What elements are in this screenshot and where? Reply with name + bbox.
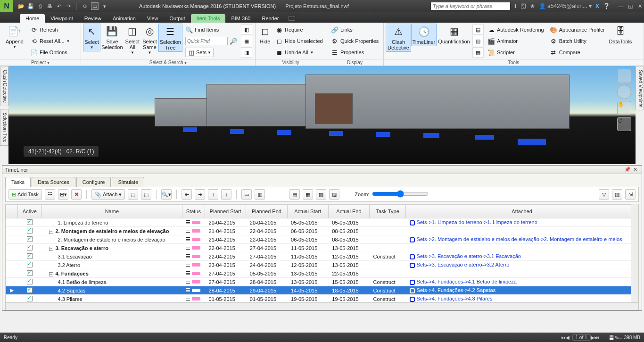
close-button[interactable]: ✕ (636, 3, 644, 9)
star-icon[interactable]: ★ (530, 3, 535, 9)
clash-detective-button[interactable]: ⚠Clash Detective (386, 24, 411, 52)
layout-4[interactable]: ▨ (329, 189, 339, 200)
col-active[interactable]: Active (17, 205, 41, 218)
columns-tool[interactable]: ▥ (612, 189, 622, 200)
table-row[interactable]: −4. Fundações☰ 27-04-201505-05-201513-05… (6, 269, 638, 278)
tools-compare[interactable]: ⇄Compare (548, 47, 607, 58)
tl-tab-data-sources[interactable]: Data Sources (32, 177, 75, 187)
col-actual-end[interactable]: Actual End (328, 205, 369, 218)
col-task-type[interactable]: Task Type (370, 205, 406, 218)
display-properties[interactable]: ☰Properties (329, 47, 380, 58)
infocenter-icon[interactable]: ℹ (514, 3, 517, 9)
task-tool-2[interactable]: ⊞▾ (58, 189, 68, 200)
group-label-project[interactable]: Project ▾ (0, 59, 81, 66)
select-same-button[interactable]: ◎Select Same▼ (141, 24, 158, 56)
tasks-grid[interactable]: ActiveNameStatusPlanned StartPlanned End… (5, 204, 639, 310)
active-checkbox[interactable] (27, 219, 33, 225)
user-menu[interactable]: 👤 a54245@alun... ▾ (539, 3, 592, 9)
datatools-button[interactable]: 🗄DataTools (608, 24, 633, 45)
visibility-require[interactable]: ◉Require (273, 25, 325, 35)
print-icon[interactable]: 🖶 (46, 3, 53, 9)
attach-tool-2[interactable]: ⬚ (141, 189, 151, 200)
table-row[interactable]: 2. Montagem de estaleiro e meios de elev… (6, 235, 638, 244)
visibility-unhide-all[interactable]: ◼Unhide All ▼ (273, 47, 325, 58)
move-down[interactable]: ↓ (221, 189, 231, 200)
visibility-hide-unselected[interactable]: ◻Hide Unselected (273, 36, 325, 46)
table-row[interactable]: 4.1 Betão de limpeza☰ 27-04-201528-04-20… (6, 278, 638, 286)
sheet-nav-next[interactable]: ▶ (591, 335, 594, 340)
active-checkbox[interactable] (27, 236, 33, 242)
active-checkbox[interactable] (27, 270, 33, 276)
select-all-button[interactable]: ◫Select All▼ (124, 24, 141, 56)
col-status[interactable]: Status (182, 205, 205, 218)
sheet-nav-prev[interactable]: ◀ (566, 335, 570, 340)
help-icon[interactable]: ❔ (603, 3, 610, 9)
hide-button[interactable]: ◻Hide (257, 24, 272, 45)
qat-dropdown-icon[interactable]: ▾ (101, 3, 108, 9)
tools-animator[interactable]: 🎬Animator (486, 36, 546, 46)
table-row[interactable]: 3.1 Escavação☰ 22-04-201527-04-201511-05… (6, 252, 638, 261)
search-go-icon[interactable]: 🔎 (230, 37, 237, 45)
active-checkbox[interactable] (27, 253, 33, 259)
tab-bim-360[interactable]: BIM 360 (225, 14, 256, 23)
task-delete[interactable]: ✖ (71, 189, 82, 200)
dock-tab-selection-tree[interactable]: Selection Tree (0, 109, 8, 146)
tl-tab-configure[interactable]: Configure (76, 177, 111, 187)
orbit-tool[interactable]: ⭯ (617, 117, 631, 131)
save-selection-button[interactable]: 💾Save Selection (100, 24, 124, 51)
panel-close-icon[interactable]: ✕ (631, 167, 639, 173)
indent-in[interactable]: ⇥ (195, 189, 205, 200)
project-refresh[interactable]: ⟳Refresh (28, 25, 72, 35)
tab-view[interactable]: View (141, 14, 164, 23)
tab-animation[interactable]: Animation (107, 14, 141, 23)
active-checkbox[interactable] (27, 228, 33, 234)
col-marker[interactable] (6, 205, 18, 218)
active-checkbox[interactable] (27, 245, 33, 250)
grid-hscroll[interactable] (6, 302, 638, 310)
col-actual-start[interactable]: Actual Start (287, 205, 328, 218)
append-button[interactable]: 📄＋ Append ▼ (2, 24, 27, 50)
tl-tab-simulate[interactable]: Simulate (112, 177, 144, 187)
selection-tree-button[interactable]: ☰Selection Tree (158, 24, 182, 52)
grid-tool-3[interactable]: ▦ (472, 47, 484, 58)
exchange-icon[interactable]: X (595, 3, 599, 9)
project-file-options[interactable]: 📄File Options (28, 47, 72, 58)
active-checkbox[interactable] (27, 279, 33, 284)
table-row[interactable]: 3.2 Aterro☰ 23-04-201524-04-201512-05-20… (6, 261, 638, 269)
sheet-nav-first[interactable]: ⏮ (561, 335, 566, 340)
indent-out[interactable]: ⇤ (182, 189, 192, 200)
tools-batch-utility[interactable]: ⚙Batch Utility (548, 36, 607, 46)
grid-tool-1[interactable]: ▤ (472, 25, 484, 35)
task-tool-1[interactable]: ☷ (45, 189, 55, 200)
layout-1[interactable]: ▤ (289, 189, 300, 200)
search-input[interactable] (430, 2, 511, 10)
group-label-select[interactable]: Select & Search ▾ (81, 59, 255, 66)
active-checkbox[interactable] (27, 287, 33, 293)
table-row[interactable]: ▶4.2 Sapatas☰ 28-04-201529-04-201514-05-… (6, 286, 638, 295)
table-row[interactable]: 1. Limpeza do terreno☰ 20-04-201520-04-2… (6, 218, 638, 227)
layout-2[interactable]: ▦ (303, 189, 313, 200)
col-planned-end[interactable]: Planned End (246, 205, 287, 218)
key-icon[interactable]: ⚿ (520, 3, 526, 9)
attach-button[interactable]: 📎Attach▾ (91, 189, 125, 200)
move-up[interactable]: ↑ (208, 189, 218, 200)
save-icon[interactable]: 💾 (27, 3, 34, 9)
expander-icon[interactable]: − (49, 230, 53, 234)
table-row[interactable]: −3. Escavação e aterro☰ 22-04-201527-04-… (6, 244, 638, 252)
steering-wheel[interactable] (617, 85, 631, 99)
project-reset-all-[interactable]: ⟲Reset All... ▼ (28, 36, 72, 46)
col-planned-start[interactable]: Planned Start (205, 205, 246, 218)
dock-tab-clash-detective[interactable]: Clash Detective (0, 67, 8, 106)
find-items-button[interactable]: 🔍Find Items (183, 25, 239, 35)
view-tool-2[interactable]: ▥ (255, 189, 265, 200)
export-tool[interactable]: ⇲ (625, 189, 636, 200)
pan-tool[interactable]: ✋ (617, 101, 631, 115)
tab-review[interactable]: Review (79, 14, 107, 23)
find-tool[interactable]: 🔍▾ (161, 189, 172, 200)
grid-tool-2[interactable]: ▥ (472, 36, 484, 46)
layout-3[interactable]: ▧ (316, 189, 326, 200)
tools-scripter[interactable]: 📜Scripter (486, 47, 546, 58)
redo-icon[interactable]: ↷ (65, 3, 72, 9)
sel-tool-2[interactable]: ▦ (241, 36, 252, 46)
expander-icon[interactable]: − (49, 272, 53, 276)
